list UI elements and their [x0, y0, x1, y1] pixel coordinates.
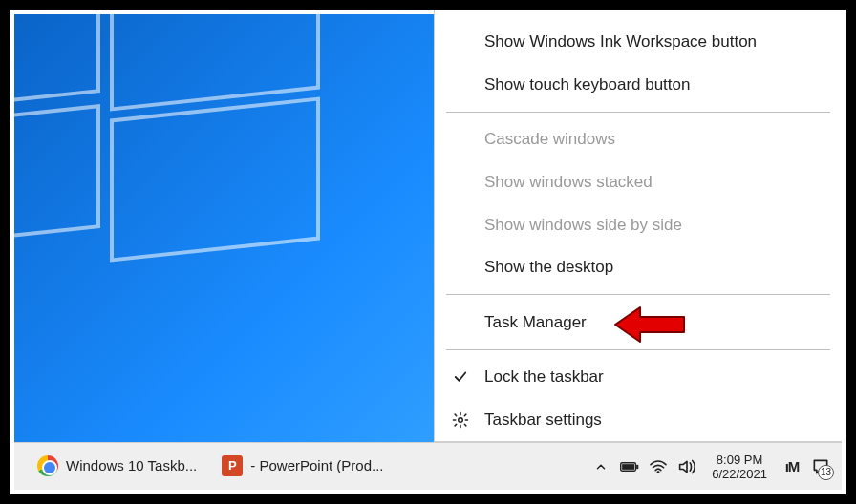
screenshot-inner: TJ TECHJUNKIE Show Windows Ink Workspace… — [10, 10, 846, 494]
menu-label: Taskbar settings — [484, 410, 602, 430]
action-center-icon[interactable]: 13 — [811, 457, 830, 476]
menu-label: Show the desktop — [484, 258, 613, 277]
svg-point-0 — [459, 417, 463, 422]
svg-point-4 — [657, 471, 660, 473]
system-tray: 8:09 PM 6/22/2021 ıM 13 — [588, 443, 842, 490]
checkmark-icon — [448, 368, 473, 386]
taskbar-app-label: Windows 10 Taskb... — [66, 457, 197, 473]
windows-logo-wallpaper — [14, 14, 396, 377]
gear-icon — [448, 411, 473, 429]
menu-taskbar-settings[interactable]: Taskbar settings — [435, 398, 842, 441]
menu-label: Show windows side by side — [484, 216, 682, 235]
screenshot-frame: TJ TECHJUNKIE Show Windows Ink Workspace… — [0, 0, 856, 504]
clock-date: 6/22/2021 — [712, 467, 767, 481]
wifi-icon[interactable] — [649, 457, 668, 476]
menu-separator — [446, 294, 830, 295]
menu-separator — [446, 112, 830, 113]
taskbar[interactable]: Windows 10 Taskb... P - PowerPoint (Prod… — [14, 442, 842, 490]
tray-overflow-chevron-icon[interactable] — [591, 457, 610, 476]
annotation-arrow — [613, 304, 690, 346]
taskbar-app-powerpoint[interactable]: P - PowerPoint (Prod... — [212, 446, 393, 488]
taskbar-apps: Windows 10 Taskb... P - PowerPoint (Prod… — [14, 443, 399, 490]
menu-windows-stacked: Show windows stacked — [435, 161, 842, 204]
taskbar-context-menu: Show Windows Ink Workspace button Show t… — [434, 10, 842, 442]
menu-ink-workspace[interactable]: Show Windows Ink Workspace button — [435, 21, 842, 64]
menu-label: Show touch keyboard button — [484, 75, 690, 94]
menu-cascade-windows: Cascade windows — [435, 118, 842, 161]
menu-separator — [446, 349, 830, 350]
menu-label: Show Windows Ink Workspace button — [484, 32, 757, 52]
menu-lock-taskbar[interactable]: Lock the taskbar — [435, 356, 842, 399]
taskbar-clock[interactable]: 8:09 PM 6/22/2021 — [706, 452, 773, 481]
menu-touch-keyboard[interactable]: Show touch keyboard button — [435, 64, 842, 107]
menu-windows-side-by-side: Show windows side by side — [435, 203, 842, 246]
chrome-icon — [37, 455, 58, 476]
powerpoint-icon: P — [222, 455, 243, 476]
battery-icon[interactable] — [620, 457, 639, 476]
menu-label: Lock the taskbar — [484, 368, 604, 387]
ime-icon[interactable]: ıM — [782, 457, 802, 476]
menu-label: Show windows stacked — [484, 173, 653, 192]
volume-icon[interactable] — [677, 457, 696, 476]
taskbar-app-label: - PowerPoint (Prod... — [250, 457, 383, 473]
menu-label: Task Manager — [484, 313, 587, 332]
taskbar-app-chrome[interactable]: Windows 10 Taskb... — [28, 446, 206, 488]
clock-time: 8:09 PM — [717, 452, 762, 467]
menu-show-desktop[interactable]: Show the desktop — [435, 246, 842, 289]
svg-rect-2 — [622, 464, 634, 470]
notification-count: 13 — [818, 465, 834, 480]
svg-rect-3 — [636, 464, 638, 468]
menu-label: Cascade windows — [484, 130, 615, 149]
